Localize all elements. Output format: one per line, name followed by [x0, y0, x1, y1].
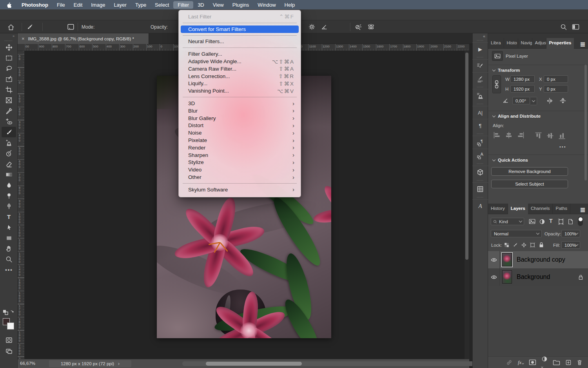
- filter-menu-item-filter-gallery[interactable]: Filter Gallery...: [179, 50, 301, 58]
- horizontal-scrollbar-thumb[interactable]: [206, 362, 302, 366]
- quick-mask-mode-icon[interactable]: [0, 335, 18, 345]
- tab-properties[interactable]: Properties: [546, 38, 574, 49]
- tool-gradient[interactable]: [0, 169, 18, 180]
- filter-menu-item-liquify[interactable]: Liquify...⇧⌘X: [179, 80, 301, 87]
- menubar-item-select[interactable]: Select: [151, 1, 173, 9]
- y-field[interactable]: 0 px: [544, 85, 568, 93]
- tab-adjustments[interactable]: Adjus: [532, 38, 546, 49]
- edit-toolbar-ellipsis-icon[interactable]: ●●●: [0, 264, 18, 275]
- tool-rectangle[interactable]: [0, 233, 18, 243]
- layer-name[interactable]: Background: [517, 273, 550, 281]
- new-adjustment-layer-icon[interactable]: [541, 356, 548, 368]
- rotate-angle-field[interactable]: 0,00°: [512, 97, 530, 104]
- dock-grip[interactable]: ▪▪▪▪▪: [477, 162, 483, 166]
- align-top-icon[interactable]: [535, 132, 542, 140]
- filter-menu-item-other[interactable]: Other›: [179, 173, 301, 181]
- filter-smart-objects-icon[interactable]: [568, 219, 573, 225]
- brush-tool-preset-icon[interactable]: [26, 20, 34, 33]
- menubar-item-3d[interactable]: 3D: [193, 1, 209, 9]
- panel-icon-3d[interactable]: [472, 166, 488, 179]
- layer-filtering-toggle[interactable]: [578, 217, 583, 226]
- height-field[interactable]: 1920 px: [510, 85, 535, 93]
- dock-grip[interactable]: ▪▪▪▪▪: [477, 179, 483, 182]
- menubar-item-filter[interactable]: Filter: [173, 1, 193, 9]
- dock-grip[interactable]: ▪▪▪▪▪: [477, 195, 483, 199]
- panel-menu-icon[interactable]: ▬▬▬: [581, 41, 585, 46]
- layer-row-background-copy[interactable]: Background copy: [488, 251, 588, 268]
- home-icon[interactable]: [7, 20, 15, 33]
- menubar-item-layer[interactable]: Layer: [109, 1, 131, 9]
- ruler-vertical[interactable]: 0 01 0 001 0 02 0 03 0 04 0 05 0 06 0 07…: [18, 51, 25, 359]
- airbrush-icon[interactable]: [354, 20, 362, 33]
- filter-menu-item-vanishing-point[interactable]: Vanishing Point...⌥⌘V: [179, 87, 301, 95]
- menubar-item-image[interactable]: Image: [87, 1, 109, 9]
- filter-shape-layers-icon[interactable]: [558, 219, 564, 225]
- layer-row-background[interactable]: Background: [488, 268, 588, 286]
- filter-menu-item-adaptive-wide-angle[interactable]: Adaptive Wide Angle...⌥⇧⌘A: [179, 58, 301, 65]
- tool-frame[interactable]: [0, 95, 18, 106]
- brush-settings-panel-icon[interactable]: [67, 20, 75, 33]
- ruler-origin-corner[interactable]: [18, 44, 25, 51]
- background-color-swatch[interactable]: [7, 322, 14, 330]
- tool-history-brush[interactable]: [0, 148, 18, 158]
- tool-zoom[interactable]: [0, 254, 18, 264]
- panel-icon-paragraph-styles[interactable]: ¶: [472, 136, 488, 149]
- tool-hand[interactable]: [0, 243, 18, 254]
- vertical-scrollbar-thumb[interactable]: [465, 53, 468, 260]
- tab-navigator[interactable]: Navig: [518, 38, 532, 49]
- link-layers-icon[interactable]: [506, 359, 513, 366]
- flip-vertical-icon[interactable]: [559, 97, 566, 104]
- dock-grip[interactable]: ▪▪▪▪▪: [477, 85, 483, 89]
- filter-menu-item-stylize[interactable]: Stylize›: [179, 159, 301, 166]
- filter-adjustment-layers-icon[interactable]: [539, 219, 545, 225]
- flip-horizontal-icon[interactable]: [546, 97, 553, 104]
- tool-dodge[interactable]: [0, 190, 18, 201]
- tab-libraries[interactable]: Libra: [488, 38, 504, 49]
- dock-grip[interactable]: ▪▪▪▪▪: [477, 38, 483, 42]
- filter-menu-item-pixelate[interactable]: Pixelate›: [179, 137, 301, 144]
- filter-menu-item-blur[interactable]: Blur›: [179, 107, 301, 115]
- document-tab[interactable]: × IMG_3588.jpg @ 66,7% (Background copy,…: [18, 33, 149, 44]
- tab-history[interactable]: History: [488, 204, 508, 214]
- dock-grip[interactable]: ▪▪▪▪▪: [477, 132, 483, 136]
- properties-scrollbar-thumb[interactable]: [584, 65, 587, 180]
- filter-type-layers-icon[interactable]: T: [549, 218, 553, 224]
- panel-icon-brush-settings[interactable]: [472, 59, 488, 72]
- tool-eyedropper[interactable]: [0, 106, 18, 116]
- menubar-item-view[interactable]: View: [209, 1, 228, 9]
- filter-pixel-layers-icon[interactable]: [529, 219, 535, 224]
- toolbar-grip[interactable]: ▪▪▪▪▪▪: [0, 39, 17, 42]
- lock-position-icon[interactable]: [521, 242, 527, 248]
- tool-path-selection[interactable]: [0, 222, 18, 233]
- canvas-vertical-scrollbar[interactable]: [465, 51, 469, 359]
- tool-move[interactable]: [0, 42, 18, 53]
- filter-menu-item-render[interactable]: Render›: [179, 144, 301, 151]
- visibility-eye-icon[interactable]: [488, 251, 500, 268]
- layer-blend-mode-select[interactable]: Normal: [491, 230, 542, 237]
- tool-crop[interactable]: [0, 84, 18, 95]
- brush-settings-gear-icon[interactable]: [308, 20, 316, 33]
- layer-thumbnail[interactable]: [502, 253, 512, 266]
- lock-all-icon[interactable]: [539, 242, 544, 248]
- transform-section-header[interactable]: Transform: [493, 68, 520, 73]
- angle-dropdown-chevron-icon[interactable]: [530, 97, 537, 105]
- filter-menu-item-sharpen[interactable]: Sharpen›: [179, 151, 301, 159]
- filter-menu-item-noise[interactable]: Noise›: [179, 129, 301, 137]
- tab-histogram[interactable]: Histo: [504, 38, 518, 49]
- tool-type[interactable]: T: [0, 211, 18, 222]
- align-center-vertical-icon[interactable]: [547, 132, 554, 140]
- filter-menu-item-lens-correction[interactable]: Lens Correction...⇧⌘R: [179, 73, 301, 80]
- add-layer-mask-icon[interactable]: [529, 359, 536, 365]
- dock-grip[interactable]: ▪▪▪▪▪: [477, 55, 483, 59]
- select-subject-button[interactable]: Select Subject: [491, 180, 568, 188]
- layer-thumbnail[interactable]: [502, 270, 512, 284]
- filter-menu-item-distort[interactable]: Distort›: [179, 122, 301, 129]
- layer-style-fx-icon[interactable]: fx: [518, 359, 524, 366]
- tool-brush[interactable]: [2, 127, 16, 137]
- align-left-icon[interactable]: [493, 132, 501, 138]
- filter-menu-item-video[interactable]: Video›: [179, 166, 301, 173]
- tool-blur[interactable]: [0, 180, 18, 190]
- lock-transparent-pixels-icon[interactable]: [504, 242, 510, 248]
- remove-background-button[interactable]: Remove Background: [491, 167, 568, 176]
- layer-name[interactable]: Background copy: [517, 256, 565, 263]
